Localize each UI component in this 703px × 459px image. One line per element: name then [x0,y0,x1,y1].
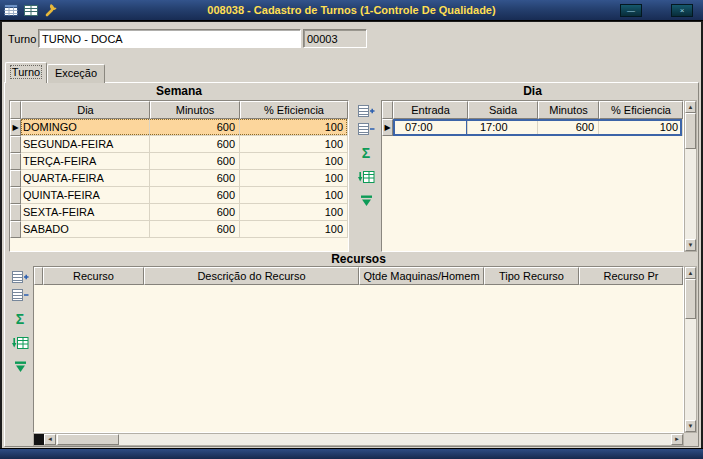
export-grid-button[interactable] [10,334,30,351]
column-header-eficiencia[interactable]: % Eficiencia [599,101,683,119]
tab-page-turno: Semana Dia Minutos % Eficiencia ▶ DOMING… [4,82,699,447]
row-indicator [10,170,21,187]
cell-minutos[interactable]: 600 [150,119,240,136]
table-row[interactable]: TERÇA-FEIRA 600 100 [10,153,348,170]
cell-eficiencia[interactable]: 100 [240,119,348,136]
export-down-button[interactable] [10,358,30,375]
column-header-qtde[interactable]: Qtde Maquinas/Homem [359,267,484,285]
vscroll-thumb[interactable] [685,113,696,149]
cell-eficiencia[interactable]: 100 [240,204,348,221]
cell-dia[interactable]: QUARTA-FEIRA [21,170,150,187]
minimize-button[interactable]: — [620,4,642,17]
table-row[interactable]: QUARTA-FEIRA 600 100 [10,170,348,187]
cell-minutos[interactable]: 600 [538,119,599,136]
insert-row-button[interactable] [10,268,30,285]
table-row[interactable]: SABADO 600 100 [10,221,348,238]
scroll-up-button[interactable]: ▲ [685,267,696,279]
export-down-button[interactable] [356,192,376,209]
table-row[interactable]: ▶ DOMINGO 600 100 [10,119,348,136]
turno-label: Turno [8,33,36,45]
client-area: Turno TURNO - DOCA 00003 Turno Exceção S… [2,22,701,448]
scroll-right-button[interactable]: ► [671,434,683,445]
cell-dia[interactable]: TERÇA-FEIRA [21,153,150,170]
hscroll-thumb[interactable] [57,434,119,445]
current-row-arrow-icon: ▶ [383,120,392,136]
down-arrow-icon: ▼ [686,240,695,250]
scroll-left-button[interactable]: ◄ [44,434,56,445]
recursos-title: Recursos [33,252,684,266]
delete-row-button[interactable] [10,286,30,303]
scroll-down-button[interactable]: ▼ [685,420,696,432]
table-row[interactable]: ▶ 07:00 17:00 600 100 [382,119,683,136]
arrow-down-icon [14,361,27,373]
dia-vscrollbar[interactable]: ▲ ▼ [684,100,697,252]
cell-eficiencia[interactable]: 100 [240,187,348,204]
close-button[interactable]: × [671,4,693,17]
cell-eficiencia[interactable]: 100 [599,119,683,136]
sigma-icon: Σ [362,146,370,160]
cell-dia[interactable]: DOMINGO [21,119,150,136]
cell-saida[interactable]: 17:00 [468,119,538,136]
export-grid-button[interactable] [356,168,376,185]
cell-eficiencia[interactable]: 100 [240,153,348,170]
recursos-vscrollbar[interactable]: ▲ ▼ [684,266,697,433]
table-row[interactable]: QUINTA-FEIRA 600 100 [10,187,348,204]
cell-eficiencia[interactable]: 100 [240,170,348,187]
indicator-column-header [10,101,21,119]
insert-row-icon [358,104,375,118]
semana-title: Semana [9,84,349,98]
titlebar: 008038 - Cadastro de Turnos (1-Controle … [0,0,703,21]
column-header-descricao[interactable]: Descrição do Recurso [144,267,359,285]
turno-input[interactable]: TURNO - DOCA [38,29,301,48]
cell-minutos[interactable]: 600 [150,153,240,170]
scroll-corner-block [34,434,44,445]
scroll-up-button[interactable]: ▲ [685,101,696,113]
recursos-hscrollbar[interactable]: ◄ ► [33,433,684,446]
cell-minutos[interactable]: 600 [150,170,240,187]
column-header-recurso[interactable]: Recurso [43,267,144,285]
column-header-minutos[interactable]: Minutos [150,101,240,119]
column-header-entrada[interactable]: Entrada [393,101,468,119]
sum-button[interactable]: Σ [356,144,376,161]
window-bottom-edge [0,448,703,459]
tab-turno-label: Turno [11,66,41,78]
cell-minutos[interactable]: 600 [150,136,240,153]
turno-code-input[interactable]: 00003 [303,29,367,48]
column-header-saida[interactable]: Saida [468,101,538,119]
sum-button[interactable]: Σ [10,310,30,327]
indicator-column-header [382,101,393,119]
cell-minutos[interactable]: 600 [150,187,240,204]
dia-title: Dia [381,84,684,98]
column-header-eficiencia[interactable]: % Eficiencia [240,101,348,119]
row-indicator [10,136,21,153]
insert-row-button[interactable] [356,102,376,119]
cell-dia[interactable]: SABADO [21,221,150,238]
cell-dia[interactable]: QUINTA-FEIRA [21,187,150,204]
recursos-header-row: Recurso Descrição do Recurso Qtde Maquin… [34,267,683,285]
up-arrow-icon: ▲ [686,102,695,112]
cell-dia[interactable]: SEGUNDA-FEIRA [21,136,150,153]
tab-turno[interactable]: Turno [5,62,47,83]
column-header-minutos[interactable]: Minutos [538,101,599,119]
export-grid-icon [12,336,29,350]
current-row-arrow-icon: ▶ [11,120,20,136]
scroll-down-button[interactable]: ▼ [685,239,696,251]
cell-minutos[interactable]: 600 [150,204,240,221]
cell-minutos[interactable]: 600 [150,221,240,238]
tab-excecao[interactable]: Exceção [47,64,105,83]
cell-dia[interactable]: SEXTA-FEIRA [21,204,150,221]
cell-eficiencia[interactable]: 100 [240,136,348,153]
row-indicator [10,221,21,238]
cell-entrada[interactable]: 07:00 [393,119,468,136]
minimize-icon: — [621,5,641,16]
window-title: 008038 - Cadastro de Turnos (1-Controle … [0,0,703,21]
column-header-tipo[interactable]: Tipo Recurso [484,267,579,285]
column-header-recurso-pr[interactable]: Recurso Pr [579,267,683,285]
cell-eficiencia[interactable]: 100 [240,221,348,238]
column-header-dia[interactable]: Dia [21,101,150,119]
table-row[interactable]: SEXTA-FEIRA 600 100 [10,204,348,221]
delete-row-button[interactable] [356,120,376,137]
table-row[interactable]: SEGUNDA-FEIRA 600 100 [10,136,348,153]
vscroll-thumb[interactable] [685,279,696,319]
indicator-column-header [34,267,43,285]
